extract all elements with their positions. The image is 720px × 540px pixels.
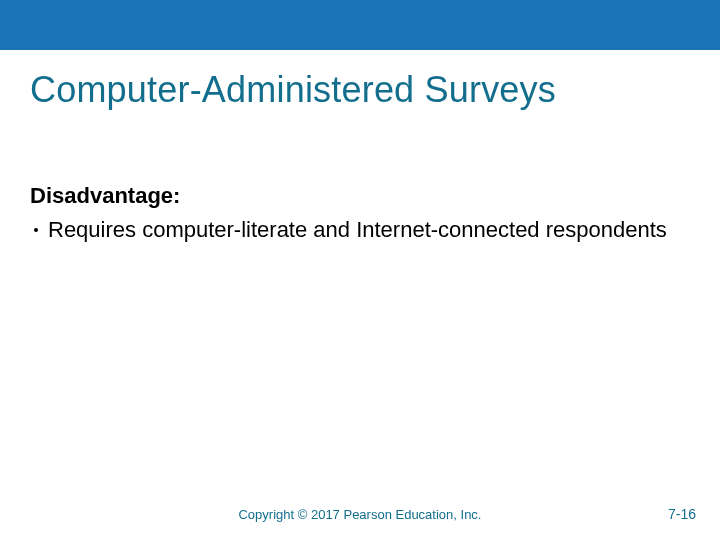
slide-title: Computer-Administered Surveys: [30, 68, 690, 111]
subheading: Disadvantage:: [30, 181, 690, 211]
bullet-icon: [34, 228, 38, 232]
slide-footer: Copyright © 2017 Pearson Education, Inc.…: [0, 507, 720, 522]
slide-body: Disadvantage: Requires computer-literate…: [30, 181, 690, 244]
copyright-text: Copyright © 2017 Pearson Education, Inc.: [0, 507, 720, 522]
list-item: Requires computer-literate and Internet-…: [30, 215, 690, 245]
bullet-text: Requires computer-literate and Internet-…: [48, 215, 690, 245]
page-number: 7-16: [668, 506, 696, 522]
top-bar: [0, 0, 720, 50]
slide-content: Computer-Administered Surveys Disadvanta…: [0, 50, 720, 245]
